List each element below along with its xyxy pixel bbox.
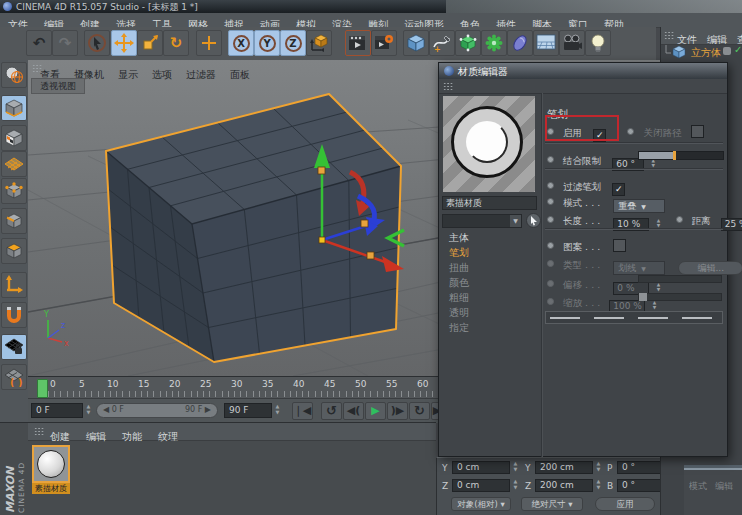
loop-button[interactable]: ↻ — [409, 402, 430, 420]
spinner[interactable]: ▲▼ — [594, 478, 603, 493]
anim-dot-icon[interactable] — [547, 182, 554, 189]
move-tool-button[interactable] — [111, 30, 137, 56]
spinner[interactable]: ▲▼ — [594, 460, 603, 475]
edges-mode-button[interactable] — [1, 208, 27, 234]
add-cube-button[interactable] — [403, 30, 429, 56]
redo-button[interactable]: ↷ — [52, 30, 78, 56]
live-selection-button[interactable] — [84, 30, 110, 56]
spline-pen-button[interactable]: + — [429, 30, 455, 56]
environment-button[interactable] — [507, 30, 533, 56]
view-tab-perspective[interactable]: 透视视图 — [31, 78, 85, 94]
preview-scene-dropdown[interactable]: ▼ — [442, 214, 522, 228]
channel-opacity[interactable]: 透明 — [449, 306, 469, 320]
workplane-button[interactable] — [1, 151, 27, 177]
dash-pattern-preview[interactable] — [545, 311, 723, 324]
play-backwards-button[interactable]: ↺ — [321, 402, 342, 420]
material-thumbnail[interactable] — [32, 445, 70, 483]
rotate-tool-button[interactable]: ↻ — [163, 30, 189, 56]
lock-y-axis-button[interactable]: Y — [254, 30, 280, 56]
spinner[interactable]: ▲▼ — [511, 460, 520, 475]
coord-rot-p-field[interactable]: 0 ° — [617, 461, 663, 474]
floor-sky-button[interactable] — [533, 30, 559, 56]
undo-button[interactable]: ↶ — [26, 30, 52, 56]
matmgr-menu-function[interactable]: 功能 — [122, 430, 142, 444]
length-field[interactable]: 10 % — [613, 218, 649, 231]
render-settings-button[interactable] — [371, 30, 397, 56]
coord-mode-button[interactable]: 对象(相对) ▾ — [451, 497, 511, 511]
object-enable-check-icon[interactable]: ✓ — [734, 44, 742, 55]
light-button[interactable] — [585, 30, 611, 56]
magnet-snap-button[interactable] — [1, 302, 27, 328]
channel-assign[interactable]: 指定 — [449, 321, 469, 335]
channel-distort[interactable]: 扭曲 — [449, 261, 469, 275]
current-frame-field[interactable]: 0 F — [31, 403, 83, 418]
coord-pos-z-field[interactable]: 0 cm — [452, 479, 510, 492]
object-manager-grip[interactable] — [664, 31, 674, 40]
frame-range-slider[interactable]: ◀ 0 F 90 F ▶ — [96, 403, 218, 418]
slider-thumb[interactable] — [673, 151, 676, 160]
previous-frame-button[interactable]: ◀( — [343, 402, 364, 420]
viewport-menu-options[interactable]: 选项 — [152, 68, 172, 82]
matmgr-menu-texture[interactable]: 纹理 — [158, 430, 178, 444]
end-frame-field[interactable]: 90 F — [224, 403, 272, 418]
coord-pos-y-field[interactable]: 0 cm — [452, 461, 510, 474]
goto-start-button[interactable]: ❘◀ — [292, 402, 313, 420]
model-mode-button[interactable] — [1, 95, 27, 121]
matmgr-menu-edit[interactable]: 编辑 — [86, 430, 106, 444]
material-editor-titlebar[interactable]: 材质编辑器 — [439, 63, 727, 79]
coordinate-system-button[interactable] — [306, 30, 332, 56]
anim-dot-icon[interactable] — [676, 216, 683, 223]
material-menu-grip[interactable] — [34, 427, 44, 436]
pattern-checkbox[interactable] — [613, 239, 626, 252]
coord-rot-b-field[interactable]: 0 ° — [617, 479, 663, 492]
viewport-menu-filter[interactable]: 过滤器 — [186, 68, 216, 82]
object-edit-toggle-icon[interactable] — [723, 47, 731, 55]
coord-size-y-field[interactable]: 200 cm — [535, 461, 593, 474]
viewport-menu-display[interactable]: 显示 — [118, 68, 138, 82]
object-name[interactable]: 立方体 — [691, 46, 721, 60]
lock-z-axis-button[interactable]: Z — [280, 30, 306, 56]
coord-size-mode-button[interactable]: 绝对尺寸 ▾ — [521, 497, 583, 511]
channel-strokes[interactable]: 笔划 — [449, 246, 469, 260]
material-preview[interactable] — [443, 96, 535, 192]
coord-size-z-field[interactable]: 200 cm — [535, 479, 593, 492]
spinner[interactable]: ▲▼ — [654, 218, 662, 228]
channel-main[interactable]: 主体 — [449, 231, 469, 245]
attr-menu-mode[interactable]: 模式 — [689, 480, 707, 493]
make-editable-button[interactable] — [1, 62, 27, 88]
channel-thickness[interactable]: 粗细 — [449, 291, 469, 305]
texture-mode-button[interactable] — [1, 125, 27, 151]
pick-material-button[interactable] — [526, 213, 541, 228]
material-editor-window[interactable]: 材质编辑器 素描材质 ▼ 主体 笔划 扭曲 颜色 粗细 透明 指定 笔划 启用 … — [438, 62, 728, 457]
render-view-button[interactable] — [345, 30, 371, 56]
anim-dot-icon[interactable] — [547, 216, 554, 223]
anim-dot-icon[interactable] — [547, 242, 554, 249]
spinner[interactable]: ▲▼ — [511, 478, 520, 493]
attr-menu-edit[interactable]: 编辑 — [715, 480, 733, 493]
distance-field[interactable]: 25 % — [721, 218, 742, 231]
snap-lock-button[interactable] — [1, 334, 27, 360]
lock-x-axis-button[interactable]: X — [228, 30, 254, 56]
material-name-label[interactable]: 素描材质 — [32, 483, 70, 494]
viewport-menu-panel[interactable]: 面板 — [230, 68, 250, 82]
coord-apply-button[interactable]: 应用 — [595, 497, 655, 511]
generators-button[interactable] — [455, 30, 481, 56]
channel-color[interactable]: 颜色 — [449, 276, 469, 290]
anim-dot-icon[interactable] — [547, 156, 554, 163]
anim-dot-icon[interactable] — [627, 128, 634, 135]
current-frame-spinner[interactable]: ▲▼ — [84, 403, 93, 418]
last-tool-button[interactable] — [196, 30, 222, 56]
next-frame-button[interactable]: )▶ — [387, 402, 408, 420]
anim-dot-icon[interactable] — [547, 198, 554, 205]
deformers-button[interactable] — [481, 30, 507, 56]
workplane-snap-button[interactable]: ( ) — [1, 364, 27, 390]
play-button[interactable]: ▶ — [365, 402, 386, 420]
scale-tool-button[interactable] — [137, 30, 163, 56]
material-editor-grip[interactable] — [443, 82, 453, 91]
join-limit-slider[interactable] — [638, 151, 724, 160]
timeline-playhead[interactable] — [37, 379, 48, 398]
close-path-checkbox[interactable] — [691, 125, 704, 138]
end-frame-spinner[interactable]: ▲▼ — [273, 403, 282, 418]
points-mode-button[interactable] — [1, 178, 27, 204]
material-name-field[interactable]: 素描材质 — [442, 196, 537, 210]
